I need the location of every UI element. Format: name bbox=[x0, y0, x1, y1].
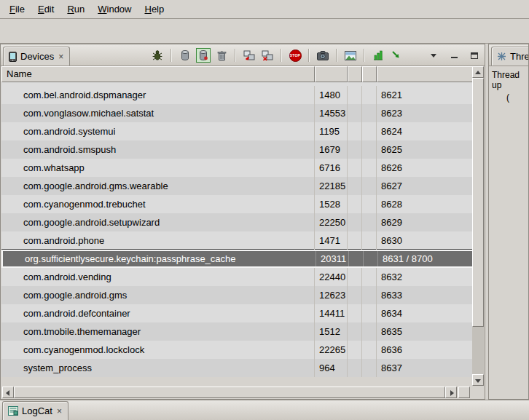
tab-devices[interactable]: Devices × bbox=[3, 47, 70, 66]
horizontal-scrollbar-thumb[interactable] bbox=[14, 387, 445, 398]
minimize-icon[interactable] bbox=[447, 48, 461, 63]
horizontal-scrollbar[interactable] bbox=[2, 387, 457, 398]
empty-cell bbox=[348, 268, 362, 286]
devices-toolbar: STOP bbox=[150, 47, 482, 64]
process-port: 8632 bbox=[377, 268, 474, 286]
table-row[interactable]: com.android.defcontainer144118634 bbox=[1, 304, 474, 322]
menu-run[interactable]: Run bbox=[60, 1, 91, 17]
tab-logcat[interactable]: LogCat × bbox=[2, 401, 68, 420]
view-window-buttons bbox=[426, 48, 482, 63]
table-row[interactable]: com.whatsapp67168626 bbox=[1, 159, 474, 177]
close-icon[interactable]: × bbox=[58, 52, 64, 62]
process-port: 8628 bbox=[377, 195, 474, 213]
process-port: 8627 bbox=[377, 177, 474, 195]
stop-process-icon[interactable]: STOP bbox=[288, 48, 302, 63]
table-row[interactable]: com.tmobile.thememanager15128635 bbox=[1, 322, 474, 341]
scroll-left-arrow-icon[interactable] bbox=[2, 387, 14, 398]
column-header-port[interactable] bbox=[377, 66, 474, 82]
tab-threads-label: Threads bbox=[510, 51, 529, 62]
process-port: 8621 bbox=[377, 86, 474, 104]
scroll-up-arrow-icon[interactable] bbox=[472, 66, 484, 78]
scrollbar-corner bbox=[458, 387, 470, 398]
vertical-scrollbar-thumb[interactable] bbox=[472, 78, 484, 327]
table-row[interactable]: com.android.vending224408632 bbox=[1, 268, 474, 286]
table-row[interactable]: com.google.android.gms126238633 bbox=[1, 286, 474, 304]
close-icon[interactable]: × bbox=[56, 406, 63, 416]
process-table: Name com.bel.android.dspmanager14808621c… bbox=[1, 66, 474, 386]
device-icon bbox=[9, 52, 17, 62]
device-table-body: com.bel.android.dspmanager14808621com.vo… bbox=[1, 82, 474, 377]
tab-threads[interactable]: Threads bbox=[491, 47, 529, 66]
screen-capture-icon[interactable] bbox=[316, 48, 330, 63]
update-threads-icon[interactable] bbox=[242, 48, 256, 63]
scroll-right-arrow-icon[interactable] bbox=[445, 387, 457, 398]
process-name: com.bel.android.dspmanager bbox=[1, 86, 315, 104]
menu-help[interactable]: Help bbox=[138, 1, 171, 17]
method-profile-arrow-icon[interactable] bbox=[389, 48, 404, 63]
start-method-profiling-icon[interactable] bbox=[260, 48, 275, 63]
process-name: com.android.vending bbox=[1, 268, 315, 286]
table-row[interactable]: com.cyanogenmod.trebuchet15288628 bbox=[1, 195, 474, 213]
debug-process-icon[interactable] bbox=[150, 48, 165, 63]
update-heap-icon[interactable] bbox=[178, 48, 192, 63]
empty-cell bbox=[362, 341, 377, 359]
process-name: com.android.defcontainer bbox=[1, 304, 315, 322]
table-row[interactable]: com.android.phone14718630 bbox=[1, 231, 474, 250]
table-row[interactable]: com.android.smspush16798625 bbox=[1, 140, 474, 159]
empty-cell bbox=[362, 140, 377, 159]
toolbar-separator bbox=[235, 49, 236, 62]
view-menu-chevron-icon[interactable] bbox=[426, 48, 441, 63]
empty-cell bbox=[348, 122, 362, 140]
process-pid: 14411 bbox=[315, 304, 348, 322]
table-row[interactable]: com.cyanogenmod.lockclock222658636 bbox=[1, 341, 474, 359]
process-port: 8623 bbox=[377, 104, 474, 122]
view-hierarchy-icon[interactable] bbox=[343, 48, 358, 63]
logcat-bar: LogCat × bbox=[0, 400, 529, 420]
threads-message-line1: Thread up bbox=[492, 70, 525, 90]
table-row[interactable]: com.google.android.gms.wearable221858627 bbox=[1, 177, 474, 195]
column-header-blank[interactable] bbox=[348, 66, 362, 82]
table-row[interactable]: com.bel.android.dspmanager14808621 bbox=[1, 86, 474, 104]
scroll-down-arrow-icon[interactable] bbox=[472, 374, 484, 386]
empty-cell bbox=[348, 177, 362, 195]
menu-window[interactable]: Window bbox=[91, 1, 138, 17]
table-row[interactable]: com.android.systemui11958624 bbox=[1, 122, 474, 140]
table-header: Name bbox=[1, 66, 474, 82]
dump-hprof-icon[interactable] bbox=[196, 48, 211, 63]
column-header-pid[interactable] bbox=[315, 66, 348, 82]
table-row[interactable]: system_process9648637 bbox=[1, 359, 474, 377]
process-port: 8624 bbox=[377, 122, 474, 140]
process-pid: 22265 bbox=[315, 341, 348, 359]
main-area: Devices × bbox=[0, 44, 529, 400]
process-pid: 22185 bbox=[315, 177, 348, 195]
empty-cell bbox=[362, 86, 377, 104]
maximize-icon[interactable] bbox=[467, 48, 482, 63]
process-pid: 1679 bbox=[315, 140, 348, 159]
process-name: com.tmobile.thememanager bbox=[1, 322, 315, 341]
process-name: com.android.smspush bbox=[1, 140, 315, 159]
empty-cell bbox=[348, 104, 362, 122]
process-name: com.cyanogenmod.lockclock bbox=[1, 341, 315, 359]
process-port: 8626 bbox=[377, 159, 474, 177]
sysinfo-icon[interactable] bbox=[371, 48, 385, 63]
menu-bar: FileEditRunWindowHelp bbox=[0, 0, 529, 19]
table-row[interactable]: com.vonglasow.michael.satstat145538623 bbox=[1, 104, 474, 122]
menu-edit[interactable]: Edit bbox=[31, 1, 60, 17]
empty-cell bbox=[362, 268, 377, 286]
menu-file[interactable]: File bbox=[3, 1, 31, 17]
column-header-name[interactable]: Name bbox=[1, 66, 315, 82]
column-header-blank[interactable] bbox=[362, 66, 377, 82]
table-row[interactable]: com.google.android.setupwizard222508629 bbox=[1, 213, 474, 231]
process-name: com.google.android.setupwizard bbox=[1, 213, 315, 231]
cause-gc-icon[interactable] bbox=[214, 48, 229, 63]
process-port: 8629 bbox=[377, 213, 474, 231]
process-pid: 1512 bbox=[315, 322, 348, 341]
process-name: com.cyanogenmod.trebuchet bbox=[1, 195, 315, 213]
process-port: 8625 bbox=[377, 140, 474, 159]
main-toolbar-strip bbox=[0, 19, 529, 44]
tab-logcat-label: LogCat bbox=[22, 405, 52, 416]
table-row[interactable]: org.sufficientlysecure.keychain:passphra… bbox=[1, 250, 474, 268]
vertical-scrollbar[interactable] bbox=[472, 66, 484, 386]
process-port: 8630 bbox=[377, 231, 474, 250]
process-pid: 1471 bbox=[315, 231, 348, 250]
